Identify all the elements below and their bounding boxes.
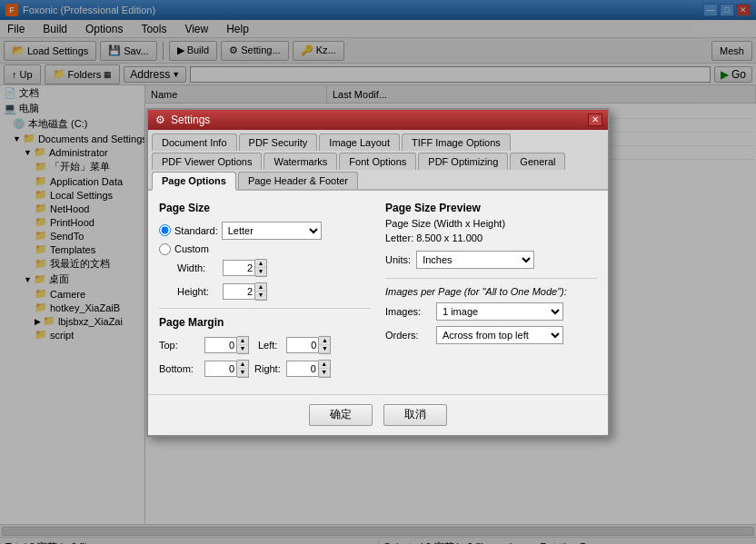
height-group: Height: 2 ▲ ▼ — [177, 282, 371, 301]
top-label: Top: — [159, 340, 204, 351]
settings-dialog: ⚙ Settings ✕ Document Info PDF Security … — [146, 108, 610, 437]
tab-tiff-image-options[interactable]: TIFF Image Options — [402, 134, 511, 151]
preview-title: Page Size Preview — [385, 202, 597, 214]
left-spinner: ▲ ▼ — [286, 336, 331, 354]
height-down-btn[interactable]: ▼ — [255, 292, 266, 300]
tab-page-header-footer[interactable]: Page Header & Footer — [238, 172, 358, 189]
left-up-btn[interactable]: ▲ — [319, 337, 330, 345]
standard-radio[interactable] — [159, 224, 171, 236]
height-input[interactable]: 2 — [223, 283, 255, 300]
right-down-btn[interactable]: ▼ — [319, 369, 330, 377]
tab-bar: Document Info PDF Security Image Layout … — [148, 130, 608, 191]
width-down-btn[interactable]: ▼ — [255, 268, 266, 276]
width-up-btn[interactable]: ▲ — [255, 260, 266, 268]
orders-row: Orders: Across from top left Down from t… — [385, 326, 597, 344]
units-select[interactable]: Inches Centimeters Millimeters — [416, 251, 534, 269]
top-down-btn[interactable]: ▼ — [237, 345, 248, 353]
custom-radio-row: Custom — [159, 243, 371, 255]
right-spinner-btns: ▲ ▼ — [319, 360, 331, 378]
preview-subtitle: Page Size (Width x Height) — [385, 218, 597, 229]
dialog-titlebar: ⚙ Settings ✕ — [148, 110, 608, 130]
orders-label: Orders: — [385, 330, 433, 341]
standard-select[interactable]: Letter A4 Legal — [222, 222, 322, 240]
dialog-close-button[interactable]: ✕ — [588, 114, 602, 126]
width-input[interactable]: 2 — [223, 260, 255, 276]
bottom-spinner: ▲ ▼ — [204, 360, 249, 378]
left-section: Page Size Standard: Letter A4 Legal Cust… — [159, 202, 371, 383]
standard-radio-row: Standard: Letter A4 Legal — [159, 222, 371, 240]
height-label: Height: — [177, 286, 223, 297]
ok-button[interactable]: 确定 — [309, 404, 373, 426]
bottom-label: Bottom: — [159, 363, 204, 374]
custom-radio[interactable] — [159, 243, 171, 255]
standard-label: Standard: — [174, 225, 218, 236]
left-down-btn[interactable]: ▼ — [319, 345, 330, 353]
tab-document-info[interactable]: Document Info — [152, 134, 237, 151]
height-spinner: 2 ▲ ▼ — [223, 282, 267, 301]
images-title: Images per Page (for "All to One Mode"): — [385, 286, 597, 297]
images-section: Images per Page (for "All to One Mode"):… — [385, 286, 597, 344]
tab-pdf-viewer[interactable]: PDF Viewer Options — [152, 153, 262, 170]
top-spinner: ▲ ▼ — [204, 336, 249, 354]
tab-image-layout[interactable]: Image Layout — [319, 134, 400, 151]
right-spinner: ▲ ▼ — [286, 360, 331, 378]
right-input[interactable] — [286, 361, 319, 377]
height-up-btn[interactable]: ▲ — [255, 283, 266, 292]
bottom-up-btn[interactable]: ▲ — [237, 361, 248, 369]
images-label: Images: — [385, 306, 433, 317]
tab-font-options[interactable]: Font Options — [339, 153, 416, 170]
right-label: Right: — [254, 363, 281, 374]
custom-label: Custom — [174, 243, 209, 254]
tab-page-options[interactable]: Page Options — [152, 172, 236, 191]
width-group: Width: 2 ▲ ▼ — [177, 259, 371, 277]
page-size-title: Page Size — [159, 202, 371, 214]
right-section: Page Size Preview Page Size (Width x Hei… — [385, 202, 597, 383]
images-select[interactable]: 1 image 2 images 4 images 6 images 8 ima… — [436, 302, 563, 321]
images-row: Images: 1 image 2 images 4 images 6 imag… — [385, 302, 597, 321]
units-label: Units: — [385, 254, 411, 265]
bottom-input[interactable] — [204, 361, 237, 377]
right-up-btn[interactable]: ▲ — [319, 361, 330, 369]
tab-general[interactable]: General — [510, 153, 565, 170]
bottom-margin-group: Bottom: ▲ ▼ Right: ▲ ▼ — [159, 360, 371, 378]
tab-pdf-optimizing[interactable]: PDF Optimizing — [418, 153, 508, 170]
top-up-btn[interactable]: ▲ — [237, 337, 248, 345]
dialog-overlay: ⚙ Settings ✕ Document Info PDF Security … — [0, 0, 756, 544]
left-spinner-btns: ▲ ▼ — [319, 336, 331, 354]
left-input[interactable] — [286, 337, 319, 353]
units-row: Units: Inches Centimeters Millimeters — [385, 251, 597, 269]
tab-pdf-security[interactable]: PDF Security — [239, 134, 318, 151]
bottom-spinner-btns: ▲ ▼ — [237, 360, 249, 378]
tab-watermarks[interactable]: Watermarks — [264, 153, 337, 170]
top-input[interactable] — [204, 337, 237, 353]
top-margin-group: Top: ▲ ▼ Left: ▲ ▼ — [159, 336, 371, 354]
page-margin-title: Page Margin — [159, 316, 371, 329]
width-spinner: 2 ▲ ▼ — [223, 259, 267, 277]
preview-value: Letter: 8.500 x 11.000 — [385, 232, 597, 243]
orders-select[interactable]: Across from top left Down from top left … — [436, 326, 563, 344]
dialog-title: Settings — [171, 114, 210, 126]
width-label: Width: — [177, 262, 223, 273]
dialog-icon: ⚙ — [154, 114, 166, 126]
cancel-button[interactable]: 取消 — [383, 404, 447, 426]
left-label: Left: — [258, 340, 277, 351]
dialog-body: Page Size Standard: Letter A4 Legal Cust… — [148, 191, 608, 394]
dialog-footer: 确定 取消 — [148, 394, 608, 435]
bottom-down-btn[interactable]: ▼ — [237, 369, 248, 377]
width-spinner-btns: ▲ ▼ — [255, 259, 267, 277]
height-spinner-btns: ▲ ▼ — [255, 282, 267, 301]
top-spinner-btns: ▲ ▼ — [237, 336, 249, 354]
